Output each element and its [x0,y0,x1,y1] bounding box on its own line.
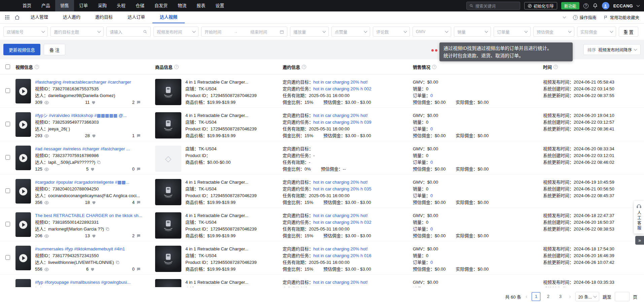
filter-publish-time[interactable]: 视频发布时间 [153,27,199,37]
video-thumbnail[interactable] [15,146,31,170]
customer-service-widget[interactable]: 人工客服 [634,201,644,234]
new-feature-badge[interactable]: 新功能 [561,2,579,9]
video-thumbnail[interactable] [15,79,31,103]
home-icon[interactable] [14,15,20,20]
invite-target-link[interactable]: hot in car charging 20% hot! [313,113,368,118]
invite-target-link[interactable]: hot in car charging 20% hot! [313,213,368,218]
video-thumbnail[interactable] [15,279,31,287]
brand-name[interactable]: ECCANG [613,3,633,8]
video-thumbnail[interactable] [15,179,31,204]
nav-item-firstleg[interactable]: 头程 [112,0,131,11]
product-thumbnail[interactable] [155,279,181,287]
invite-task-link[interactable]: hot in car charging 20% h 039 [313,120,371,125]
filter-like-count[interactable]: 点赞量 [331,27,370,37]
global-search-input[interactable]: 搜索关键词 [466,2,520,10]
tab-invite-target[interactable]: 邀约目标 [88,11,120,23]
update-video-info-button[interactable]: 更新视频信息 [3,44,40,55]
page-button-1[interactable]: 1 [532,292,540,301]
collapse-chevron-icon[interactable] [563,15,566,19]
invite-target-link[interactable]: hot in car charging 20% hot! [313,80,368,85]
nav-item-orders[interactable]: 订单 [74,0,93,11]
filter-invite-topic[interactable]: 邀约目标主题 [50,27,104,37]
product-title[interactable]: 4 in 1 Retractable Car Charger... [185,246,277,252]
invite-target-link[interactable]: hot in car charging 20% hot! [313,280,368,285]
prev-page-button[interactable]: ‹ [525,294,528,300]
collapse-toggle[interactable]: » [635,236,644,245]
filter-keyword-input[interactable]: 请输入 [106,27,151,37]
filter-gmv[interactable]: GMV [413,27,451,37]
jump-page-input[interactable] [615,292,630,301]
notification-bell-icon[interactable] [593,3,598,8]
row-checkbox[interactable] [5,188,10,193]
product-thumbnail[interactable] [155,112,181,139]
filter-comment-count[interactable]: 评论数 [373,27,410,37]
video-thumbnail[interactable] [15,212,31,237]
product-title[interactable]: 4 in 1 Retractable Car Charger... [185,179,277,186]
row-checkbox[interactable] [5,122,10,126]
tab-talent-videos[interactable]: 达人视频 [152,11,185,23]
copy-icon[interactable] [105,227,110,231]
video-thumbnail[interactable] [15,246,31,270]
product-thumbnail[interactable] [155,179,181,205]
order-count-value[interactable]: 0 [430,160,433,165]
product-title[interactable]: 4 in 1 Retractable Car Charger... [185,112,277,119]
info-icon[interactable] [432,65,436,69]
info-icon[interactable] [302,65,306,69]
copy-icon[interactable] [97,160,101,164]
filter-sales[interactable]: 销量 [454,27,491,37]
tab-talent-invite[interactable]: 达人邀约 [56,11,88,23]
order-count-value[interactable]: 0 [430,93,433,98]
filter-actual-commission[interactable]: 实际佣金 [577,27,616,37]
nav-item-purchase[interactable]: 采购 [93,0,112,11]
video-title-link[interactable]: #fypシ #viralvideo #tiktokshop #▩▩▩▩▩ @..… [35,112,150,119]
invite-task-link[interactable]: hot in car charging 20% h 016 [313,253,371,258]
apps-grid-icon[interactable] [5,15,10,20]
product-title[interactable]: 4 in 1 Retractable Car Charger... [185,79,277,86]
nav-item-selfship[interactable]: 自发货 [149,0,173,11]
info-icon[interactable] [35,65,39,69]
row-checkbox[interactable] [5,155,10,160]
note-button[interactable]: 备 注 [44,44,65,55]
filter-shop-account[interactable]: 店铺账号 [3,27,48,37]
user-avatar[interactable] [602,2,609,9]
product-title[interactable]: 4 in 1 Retractable Car Charger... [185,279,277,286]
operation-guide-link[interactable]: 操作指南 [573,14,596,21]
info-icon[interactable] [174,65,179,69]
invite-target-link[interactable]: hot in car charging 20% hot! [313,246,368,251]
order-count-value[interactable]: 0 [430,226,433,232]
video-thumbnail[interactable] [15,112,31,137]
order-count-value[interactable]: 0 [430,260,433,265]
order-count-value[interactable]: 0 [430,193,433,198]
nav-item-reports[interactable]: 报表 [191,0,210,11]
product-title[interactable]: 4 in 1 Retractable Car Charger... [185,212,277,219]
page-size-select[interactable]: 20 条... [575,292,599,301]
nav-item-sales[interactable]: 销售 [55,0,74,11]
filter-play-count[interactable]: 播放量 [290,27,329,37]
order-count-value[interactable]: 0 [430,126,433,131]
nav-item-settings[interactable]: 设置 [210,0,229,11]
video-title-link[interactable]: #cargador #popular #cargadorinteligente … [35,179,150,186]
next-page-button[interactable]: › [568,294,572,300]
help-icon[interactable] [583,3,588,8]
nav-item-home[interactable]: 首页 [17,0,36,11]
product-thumbnail[interactable] [155,246,181,272]
filter-date-range[interactable]: 开始时间 → 结束时间 [201,27,287,37]
nav-item-product[interactable]: 产品 [36,0,55,11]
video-title-link[interactable]: The best RETRACTABLE CHARGER on the tikt… [35,212,150,219]
product-thumbnail[interactable] [155,79,181,105]
video-title-link[interactable]: #fyp #foryoupage #smallbusiness #growing… [35,279,150,286]
nav-item-logistics[interactable]: 物流 [173,0,191,11]
row-checkbox[interactable] [5,88,10,93]
favorites-link[interactable]: 常用功能收藏夹 [604,14,639,21]
select-all-checkbox[interactable] [5,64,10,69]
nav-item-warehouse[interactable]: 仓储 [131,0,149,11]
copy-icon[interactable] [115,260,120,265]
page-button-2[interactable]: 2 [544,292,552,301]
reset-button[interactable]: 重 置 [619,27,638,37]
video-title-link[interactable]: #summersales #fyp #tiktokmademebuyit #4i… [35,246,150,252]
tab-talent-orders[interactable]: 达人订单 [120,11,152,23]
filter-est-commission[interactable]: 预估佣金 [533,27,574,37]
video-title-link[interactable]: #ad #essager #wireless #charger #fastcha… [35,146,150,152]
chevron-down-icon[interactable] [637,3,640,7]
product-thumbnail[interactable] [155,146,181,172]
